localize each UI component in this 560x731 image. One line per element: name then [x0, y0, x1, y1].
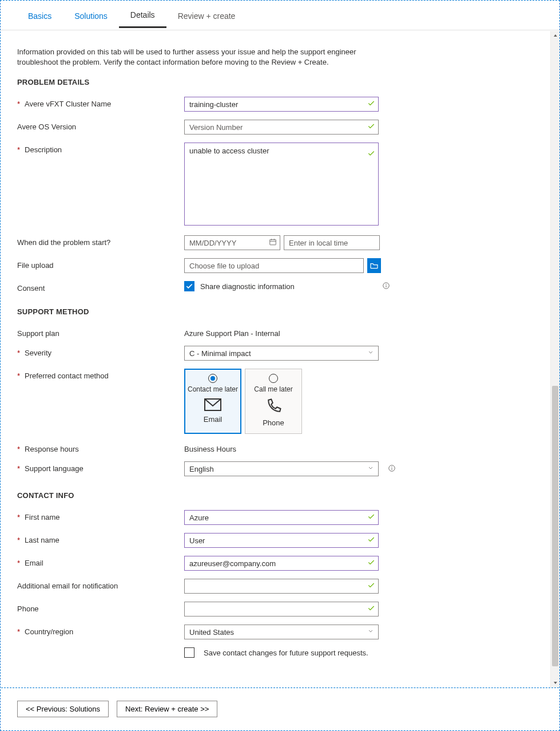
- hours-value: Business Hours: [184, 442, 236, 453]
- required-indicator: *: [17, 559, 20, 567]
- save-contact-label: Save contact changes for future support …: [204, 649, 368, 657]
- section-contact-info: CONTACT INFO: [17, 491, 543, 500]
- required-indicator: *: [17, 464, 20, 473]
- country-select[interactable]: [184, 625, 379, 639]
- radio-selected-icon: [208, 374, 217, 383]
- label-addl: Additional email for notification: [17, 582, 118, 590]
- required-indicator: *: [17, 445, 20, 453]
- label-phone: Phone: [17, 604, 39, 613]
- plan-value: Azure Support Plan - Internal: [184, 326, 280, 338]
- svg-point-10: [392, 467, 392, 467]
- consent-label: Share diagnostic information: [200, 282, 295, 291]
- tab-bar: Basics Solutions Details Review + create: [1, 1, 559, 30]
- svg-marker-12: [554, 682, 557, 684]
- label-first: First name: [25, 513, 59, 521]
- label-last: Last name: [25, 536, 59, 544]
- card-title: Contact me later: [188, 385, 238, 393]
- svg-marker-11: [554, 34, 557, 37]
- required-indicator: *: [17, 627, 20, 636]
- required-indicator: *: [17, 536, 20, 544]
- phone-icon: [265, 398, 282, 415]
- phone-input[interactable]: [184, 602, 379, 617]
- tab-details[interactable]: Details: [119, 2, 166, 28]
- scroll-thumb[interactable]: [552, 386, 558, 666]
- contact-method-email[interactable]: Contact me later Email: [184, 369, 241, 434]
- file-upload-input[interactable]: [184, 258, 364, 273]
- additional-email-input[interactable]: [184, 579, 379, 594]
- label-hours: Response hours: [25, 445, 79, 453]
- folder-icon: [370, 261, 379, 270]
- previous-button[interactable]: << Previous: Solutions: [17, 701, 109, 717]
- contact-method-phone[interactable]: Call me later Phone: [245, 369, 302, 434]
- label-when: When did the problem start?: [17, 238, 110, 247]
- section-problem-details: PROBLEM DETAILS: [17, 78, 543, 86]
- required-indicator: *: [17, 100, 20, 108]
- next-button[interactable]: Next: Review + create >>: [117, 701, 217, 717]
- section-support-method: SUPPORT METHOD: [17, 307, 543, 316]
- description-textarea[interactable]: unable to access cluster: [184, 143, 379, 226]
- save-contact-checkbox[interactable]: [184, 647, 194, 658]
- label-cluster: Avere vFXT Cluster Name: [25, 100, 111, 108]
- info-icon[interactable]: [382, 282, 390, 291]
- card-sub: Phone: [263, 418, 284, 427]
- consent-checkbox[interactable]: [184, 281, 194, 291]
- label-description: Description: [25, 145, 62, 154]
- scroll-down-arrow[interactable]: [551, 678, 559, 687]
- vertical-scrollbar[interactable]: [550, 31, 559, 687]
- cluster-name-input[interactable]: [184, 97, 379, 112]
- tab-review[interactable]: Review + create: [166, 3, 247, 27]
- file-browse-button[interactable]: [367, 258, 381, 273]
- card-sub: Email: [204, 415, 223, 424]
- label-os: Avere OS Version: [17, 123, 76, 131]
- time-input[interactable]: [284, 235, 380, 250]
- last-name-input[interactable]: [184, 533, 379, 548]
- svg-point-6: [386, 284, 387, 285]
- label-email: Email: [25, 559, 43, 567]
- card-title: Call me later: [254, 385, 292, 393]
- required-indicator: *: [17, 349, 20, 357]
- form-scroll-area: Information provided on this tab will be…: [1, 31, 559, 687]
- label-plan: Support plan: [17, 329, 59, 338]
- date-input[interactable]: [184, 235, 280, 250]
- required-indicator: *: [17, 372, 20, 380]
- info-icon[interactable]: [388, 464, 396, 474]
- radio-icon: [269, 374, 278, 383]
- language-select[interactable]: [184, 461, 379, 476]
- email-icon: [204, 398, 222, 412]
- tab-basics[interactable]: Basics: [17, 3, 63, 27]
- os-version-input[interactable]: [184, 120, 379, 135]
- required-indicator: *: [17, 145, 20, 154]
- label-country: Country/region: [25, 627, 73, 636]
- label-lang: Support language: [25, 464, 84, 473]
- first-name-input[interactable]: [184, 510, 379, 525]
- label-consent: Consent: [17, 284, 45, 293]
- label-file: File upload: [17, 261, 54, 270]
- severity-select[interactable]: [184, 346, 379, 361]
- email-input[interactable]: [184, 556, 379, 571]
- required-indicator: *: [17, 513, 20, 521]
- scroll-up-arrow[interactable]: [551, 31, 559, 40]
- label-pref: Preferred contact method: [25, 372, 109, 380]
- tab-solutions[interactable]: Solutions: [63, 3, 119, 27]
- label-severity: Severity: [25, 349, 51, 357]
- footer-actions: << Previous: Solutions Next: Review + cr…: [1, 687, 559, 730]
- intro-text: Information provided on this tab will be…: [17, 47, 383, 68]
